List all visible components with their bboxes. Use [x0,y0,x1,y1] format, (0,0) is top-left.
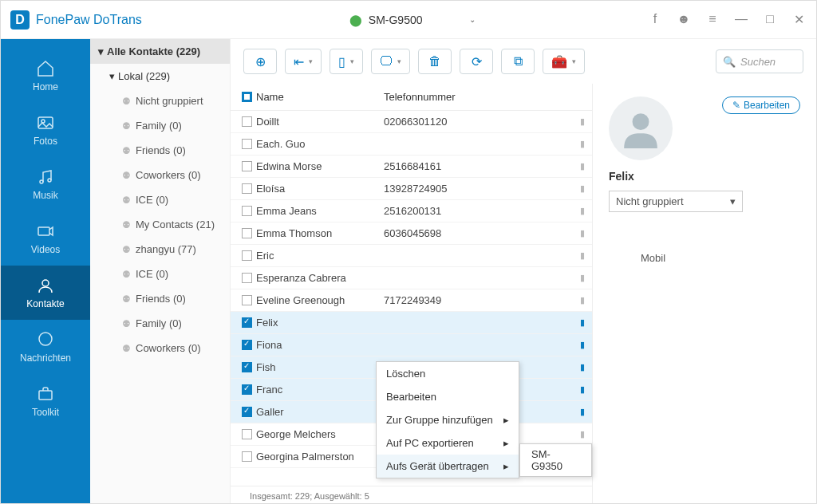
chevron-right-icon: ▸ [503,460,509,472]
add-button[interactable]: ⊕ [243,49,277,74]
group-icon: ⚉ [122,120,131,132]
to-phone-button[interactable]: ▯ [330,49,363,74]
row-checkbox[interactable] [242,116,252,127]
android-icon: ⬤ [349,14,362,26]
tree-group-item[interactable]: ⚉Nicht gruppiert [90,89,230,113]
cell-phone: 13928724905 [384,183,573,195]
phone-icon: ▮ [573,206,592,216]
context-submenu-device[interactable]: SM-G9350 [519,443,592,477]
table-row[interactable]: Eric▮ [231,245,592,267]
row-checkbox[interactable] [242,161,252,171]
ctx-delete[interactable]: Löschen [377,362,519,385]
phone-icon: ▮ [573,273,592,283]
group-icon: ⚉ [122,293,131,305]
chevron-down-icon: ▾ [730,195,736,207]
nav-photos[interactable]: Fotos [1,103,90,157]
group-icon: ⚉ [122,170,131,181]
group-icon: ⚉ [122,145,131,156]
cell-phone: 2516200131 [384,205,573,217]
tree-group-item[interactable]: ⚉Coworkers (0) [90,336,230,360]
table-row[interactable]: Fiona▮ [231,334,592,356]
ctx-add-to-group[interactable]: Zur Gruppe hinzufügen▸ [377,408,519,431]
edit-contact-button[interactable]: ✎Bearbeiten [722,96,800,114]
nav-messages[interactable]: Nachrichten [1,320,90,374]
close-button[interactable]: ✕ [791,12,807,27]
tree-group-item[interactable]: ⚉ICE (0) [90,262,230,286]
nav-music[interactable]: Musik [1,157,90,211]
feedback-icon[interactable]: ☻ [676,12,692,27]
ctx-transfer-device[interactable]: Aufs Gerät übertragen▸ [377,455,519,478]
tree-group-item[interactable]: ⚉Friends (0) [90,138,230,163]
toolbar: ⊕ ⇤ ▯ 🖵 🗑 ⟳ ⧉ 🧰 🔍 Suchen [231,39,816,84]
phone-icon: ▮ [573,250,592,261]
svg-point-5 [42,280,49,286]
tree-group-item[interactable]: ⚉ICE (0) [90,187,230,212]
phone-icon: ▮ [573,183,592,194]
nav-contacts[interactable]: Kontakte [1,266,90,320]
ctx-export-pc[interactable]: Auf PC exportieren▸ [377,431,519,455]
row-checkbox[interactable] [242,451,252,462]
table-row[interactable]: Emma Thomson6036045698▮ [231,222,592,245]
nav-videos[interactable]: Videos [1,211,90,266]
group-select[interactable]: Nicht gruppiert▾ [609,191,743,212]
row-checkbox[interactable] [242,295,252,305]
tree-group-item[interactable]: ⚉My Contacts (21) [90,212,230,237]
table-row[interactable]: Doillt02066301120▮ [231,111,592,133]
nav-toolkit[interactable]: Toolkit [1,374,90,428]
import-button[interactable]: ⇤ [285,49,322,74]
tree-group-item[interactable]: ⚉Family (0) [90,311,230,336]
svg-rect-4 [38,227,49,235]
row-checkbox[interactable] [242,429,252,439]
phone-icon: ▮ [573,139,592,149]
table-row[interactable]: Each. Guo▮ [231,133,592,156]
tree-group-item[interactable]: ⚉Coworkers (0) [90,163,230,187]
phone-icon: ▮ [573,384,592,395]
maximize-button[interactable]: □ [762,12,778,27]
facebook-icon[interactable]: f [647,12,663,27]
cell-name: Eveline Greenough [256,294,384,306]
phone-icon: ▮ [573,407,592,417]
row-checkbox[interactable] [242,407,252,417]
tree-group-item[interactable]: ⚉Friends (0) [90,286,230,311]
delete-button[interactable]: 🗑 [418,49,452,74]
table-row[interactable]: Esperanza Cabrera▮ [231,267,592,289]
copy-button[interactable]: ⧉ [501,49,535,74]
table-row[interactable]: Eveline Greenough7172249349▮ [231,289,592,312]
to-pc-button[interactable]: 🖵 [371,49,410,74]
table-row[interactable]: Eloísa13928724905▮ [231,178,592,200]
device-selector[interactable]: ⬤ SM-G9500 ⌄ [349,14,476,26]
ctx-edit[interactable]: Bearbeiten [377,385,519,408]
row-checkbox[interactable] [242,228,252,238]
row-checkbox[interactable] [242,139,252,149]
col-phone-header[interactable]: Telefonnummer [384,91,573,103]
tree-group-item[interactable]: ⚉zhangyu (77) [90,237,230,262]
row-checkbox[interactable] [242,183,252,194]
row-checkbox[interactable] [242,384,252,395]
phone-icon: ▮ [573,228,592,238]
search-input[interactable]: 🔍 Suchen [716,49,803,73]
cell-phone: 2516684161 [384,160,573,172]
col-name-header[interactable]: Name [256,91,384,103]
row-checkbox[interactable] [242,340,252,350]
tree-root[interactable]: ▾Alle Kontakte (229) [90,39,230,64]
select-all-checkbox[interactable] [242,92,252,102]
row-checkbox[interactable] [242,250,252,261]
table-row[interactable]: Edwina Morse2516684161▮ [231,156,592,178]
table-row[interactable]: Emma Jeans2516200131▮ [231,200,592,222]
cell-name: Doillt [256,116,384,128]
refresh-button[interactable]: ⟳ [460,49,493,74]
tree-group-item[interactable]: ⚉Family (0) [90,113,230,138]
row-checkbox[interactable] [242,362,252,372]
row-checkbox[interactable] [242,273,252,283]
row-checkbox[interactable] [242,206,252,216]
menu-icon[interactable]: ≡ [705,12,720,27]
table-row[interactable]: Felix▮ [231,312,592,334]
toolbox-button[interactable]: 🧰 [543,49,585,74]
nav-home[interactable]: Home [1,49,90,103]
cell-name: Emma Jeans [256,205,384,217]
cell-name: Franc [256,384,384,396]
tree-local[interactable]: ▾Lokal (229) [90,64,230,89]
row-checkbox[interactable] [242,317,252,328]
cell-name: Galler [256,406,384,418]
minimize-button[interactable]: — [733,12,749,27]
